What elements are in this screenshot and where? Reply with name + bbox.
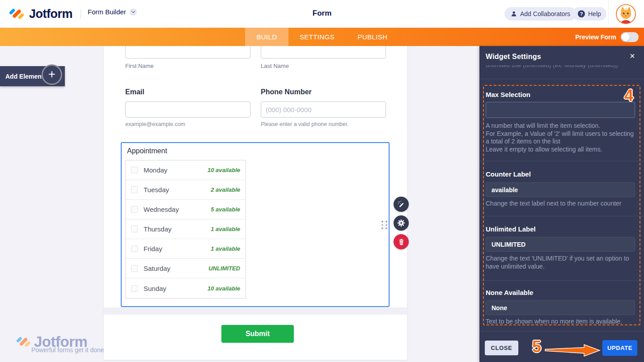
appointment-row-saturday[interactable]: Saturday UNLIMITED (126, 259, 246, 278)
phone-hint: Please enter a valid phone number. (261, 121, 349, 127)
phone-input[interactable] (261, 101, 386, 118)
availability-label: 1 available (211, 226, 240, 232)
watermark-logo-icon (16, 334, 31, 349)
checkbox[interactable] (131, 285, 138, 292)
first-name-sublabel: First Name (125, 63, 154, 69)
panel-divider (479, 280, 644, 281)
availability-label: 2 available (211, 186, 240, 193)
logo-text: Jotform (29, 7, 72, 21)
drag-handle[interactable] (381, 221, 387, 229)
last-name-input[interactable] (261, 46, 386, 59)
add-collaborators-button[interactable]: Add Collaborators (504, 7, 576, 21)
counter-label-label: Counter Label (486, 170, 531, 178)
none-available-input[interactable] (486, 300, 635, 315)
close-icon[interactable]: × (630, 51, 635, 60)
jotform-logo[interactable]: Jotform (9, 6, 72, 22)
header-divider (80, 9, 81, 19)
first-name-input[interactable] (125, 46, 250, 59)
last-name-sublabel: Last Name (261, 63, 289, 69)
checkbox[interactable] (131, 265, 138, 272)
checkbox[interactable] (131, 206, 138, 213)
max-selection-input[interactable] (486, 102, 635, 118)
help-label: Help (588, 10, 601, 17)
gear-icon (397, 219, 405, 227)
scrolled-description: unlimited use (unlimited) (ex: Monday (u… (486, 65, 639, 70)
appointment-row-sunday[interactable]: Sunday 10 available (126, 278, 246, 298)
user-avatar[interactable] (616, 4, 636, 24)
tab-settings[interactable]: SETTINGS (288, 28, 346, 46)
day-label: Monday (144, 166, 208, 174)
checkbox[interactable] (131, 226, 138, 232)
day-label: Friday (144, 245, 211, 253)
email-input[interactable] (125, 101, 250, 118)
checkbox[interactable] (131, 245, 138, 252)
form-builder-label: Form Builder (88, 8, 126, 16)
max-selection-help: A number that will limit the item select… (486, 122, 636, 153)
annotation-arrow (545, 342, 601, 359)
availability-label: 10 available (208, 167, 240, 173)
appointment-list: Monday 10 available Tuesday 2 available … (125, 160, 246, 299)
close-button[interactable]: CLOSE (485, 341, 518, 355)
add-element-button[interactable]: Add Element + (0, 66, 65, 86)
jotform-watermark: Jotform Powerful forms get it done (16, 333, 104, 354)
none-available-help: Text to be shown when no more item is av… (486, 318, 636, 326)
update-button[interactable]: UPDATE (602, 340, 637, 356)
appointment-row-monday[interactable]: Monday 10 available (126, 160, 246, 180)
preview-form-control: Preview Form (575, 28, 639, 46)
help-button[interactable]: ? Help (572, 7, 606, 21)
person-icon (511, 11, 517, 17)
toggle-knob (622, 33, 630, 41)
preview-form-label: Preview Form (575, 34, 616, 41)
panel-footer-divider (479, 331, 644, 332)
preview-form-toggle[interactable] (621, 32, 639, 42)
unlimited-label-input[interactable] (486, 237, 635, 252)
appointment-row-wednesday[interactable]: Wednesday 5 available (126, 200, 246, 219)
add-element-plus-button[interactable]: + (42, 64, 62, 85)
header-divider (608, 0, 609, 28)
panel-divider (479, 79, 644, 79)
max-selection-label: Max Selection (486, 91, 530, 98)
annotation-step-5: 5 (532, 337, 541, 356)
avatar-cat-icon (616, 4, 636, 24)
email-label: Email (125, 88, 144, 96)
checkbox[interactable] (131, 186, 138, 193)
magic-wand-icon (397, 200, 405, 208)
day-label: Thursday (144, 225, 211, 233)
app-header: Jotform Form Builder Form Add Collaborat… (0, 0, 644, 28)
tab-publish[interactable]: PUBLISH (346, 28, 399, 46)
day-label: Tuesday (144, 186, 211, 194)
phone-label: Phone Number (261, 88, 312, 96)
counter-label-help: Change the text label next to the number… (486, 200, 636, 208)
panel-divider (479, 161, 644, 161)
delete-button[interactable] (394, 234, 409, 249)
question-icon: ? (578, 10, 585, 17)
submit-button[interactable]: Submit (221, 325, 294, 343)
form-builder-menu[interactable]: Form Builder (88, 8, 137, 16)
panel-divider (479, 216, 644, 216)
tab-build[interactable]: BUILD (245, 28, 288, 46)
appointment-row-tuesday[interactable]: Tuesday 2 available (126, 180, 246, 200)
appointment-row-thursday[interactable]: Thursday 1 available (126, 219, 246, 239)
widget-settings-panel: Widget Settings × unlimited use (unlimit… (479, 46, 644, 362)
annotation-step-4: 4 (624, 86, 633, 105)
chevron-down-icon (130, 8, 137, 16)
availability-label: 5 available (211, 206, 240, 213)
widget-settings-button[interactable] (394, 215, 409, 231)
add-collaborators-label: Add Collaborators (520, 10, 570, 17)
counter-label-input[interactable] (486, 182, 635, 197)
add-element-label: Add Element (5, 73, 44, 80)
appointment-row-friday[interactable]: Friday 1 available (126, 239, 246, 259)
card-gap (104, 307, 407, 315)
watermark-tagline: Powerful forms get it done (31, 346, 104, 354)
availability-label: UNLIMITED (208, 265, 240, 272)
availability-label: 10 available (208, 285, 240, 292)
email-hint: example@example.com (125, 121, 185, 127)
day-label: Sunday (144, 285, 208, 292)
none-available-label: None Available (486, 289, 533, 296)
plus-icon: + (48, 68, 55, 80)
availability-label: 1 available (211, 245, 240, 252)
magic-wand-button[interactable] (394, 197, 409, 212)
checkbox[interactable] (131, 167, 138, 173)
day-label: Wednesday (144, 206, 211, 213)
page-title: Form (277, 9, 367, 18)
